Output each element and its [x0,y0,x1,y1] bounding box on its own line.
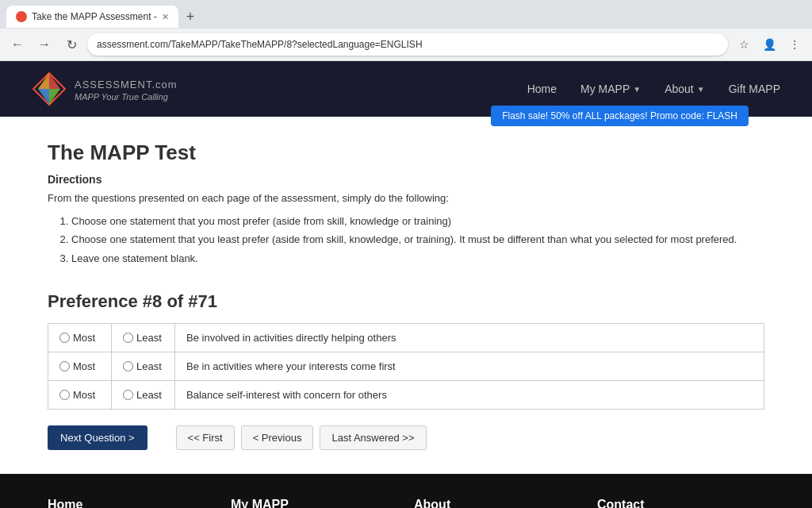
menu-icon[interactable]: ⋮ [783,33,806,56]
table-row: Most Least Balance self-interest with co… [48,381,764,410]
page-title: The MAPP Test [48,140,764,165]
next-question-button[interactable]: Next Question > [48,425,147,450]
tab-close-button[interactable]: ✕ [162,12,169,22]
least-radio-3[interactable] [123,390,133,400]
tab-title: Take the MAPP Assessment - [32,11,157,22]
preference-table: Most Least Be involved in activities dir… [48,323,764,410]
nav-about[interactable]: About ▼ [665,83,705,95]
table-row: Most Least Be involved in activities dir… [48,324,764,352]
reload-button[interactable]: ↻ [60,33,82,56]
direction-item-3: Leave one statement blank. [71,249,764,267]
directions-heading: Directions [48,173,764,186]
svg-marker-5 [49,89,60,105]
footer-contact-heading: Contact [597,498,764,508]
main-content: The MAPP Test Directions From the questi… [0,117,812,474]
address-input[interactable] [87,33,728,56]
least-cell-2: Least [112,352,175,381]
tab-favicon [16,11,27,22]
least-radio-1[interactable] [123,333,133,343]
most-cell-2: Most [48,352,112,381]
most-radio-label-3[interactable]: Most [59,389,100,401]
footer-col-mymapp: My MAPP Your Results Your Account Log Of… [231,498,398,508]
most-radio-label-1[interactable]: Most [59,332,100,344]
footer-col-about: About About MAPP History Affiliates Tell… [414,498,581,508]
logo-icon [32,71,67,106]
nav-home[interactable]: Home [527,83,557,95]
logo-text: ASSESSMENT.com MAPP Your True Calling [75,76,178,102]
most-radio-3[interactable] [59,390,70,400]
svg-marker-4 [38,89,49,105]
toolbar-icons: ☆ 👤 ⋮ [733,33,806,56]
previous-button[interactable]: < Previous [241,425,314,450]
last-answered-button[interactable]: Last Answered >> [320,425,426,450]
footer-about-heading: About [414,498,581,508]
least-radio-label-2[interactable]: Least [123,360,163,372]
browser-chrome: Take the MAPP Assessment - ✕ + ← → ↻ ☆ 👤… [0,0,812,61]
direction-item-1: Choose one statement that you most prefe… [71,212,764,230]
statement-cell-2: Be in activities where your interests co… [175,352,764,381]
directions-intro: From the questions presented on each pag… [48,192,764,204]
site-footer: Home Home My MAPP Your Results Your Acco… [0,474,812,508]
footer-col-home: Home Home [48,498,215,508]
logo-tagline: MAPP Your True Calling [75,92,178,102]
least-radio-2[interactable] [123,361,133,371]
most-radio-2[interactable] [59,361,70,371]
back-button[interactable]: ← [6,33,29,56]
statement-cell-3: Balance self-interest with concern for o… [175,381,764,410]
logo-area: ASSESSMENT.com MAPP Your True Calling [32,71,178,106]
directions-list: Choose one statement that you most prefe… [71,212,764,267]
most-radio-1[interactable] [59,333,70,343]
nav-buttons: Next Question > << First < Previous Last… [48,425,764,450]
statement-cell-1: Be involved in activities directly helpi… [175,324,764,352]
footer-col-contact: Contact Assessment.com Email: info@asses… [597,498,764,508]
svg-marker-2 [49,73,60,89]
nav-gift-mapp[interactable]: Gift MAPP [729,83,780,95]
flash-sale-banner: Flash sale! 50% off ALL packages! Promo … [491,106,749,126]
about-arrow: ▼ [697,85,705,94]
most-cell-1: Most [48,324,112,352]
flash-sale-text: Flash sale! 50% off ALL packages! Promo … [502,110,737,121]
preference-title: Preference #8 of #71 [48,291,764,312]
svg-marker-3 [38,73,49,89]
least-cell-3: Least [112,381,175,410]
least-radio-label-1[interactable]: Least [123,332,163,344]
tab-bar: Take the MAPP Assessment - ✕ + [0,0,812,29]
nav-my-mapp[interactable]: My MAPP ▼ [580,83,641,95]
direction-item-2: Choose one statement that you least pref… [71,230,764,248]
most-radio-label-2[interactable]: Most [59,360,100,372]
forward-button[interactable]: → [33,33,56,56]
my-mapp-arrow: ▼ [633,85,641,94]
new-tab-button[interactable]: + [182,9,200,25]
logo-name: ASSESSMENT.com [75,76,178,92]
browser-tab[interactable]: Take the MAPP Assessment - ✕ [6,6,178,28]
footer-mymapp-heading: My MAPP [231,498,398,508]
least-cell-1: Least [112,324,175,352]
most-cell-3: Most [48,381,112,410]
least-radio-label-3[interactable]: Least [123,389,163,401]
address-bar: ← → ↻ ☆ 👤 ⋮ [0,29,812,60]
first-button[interactable]: << First [176,425,235,450]
footer-home-heading: Home [48,498,215,508]
bookmark-icon[interactable]: ☆ [733,33,755,56]
table-row: Most Least Be in activities where your i… [48,352,764,381]
site-nav: Home My MAPP ▼ About ▼ Gift MAPP [527,83,780,95]
account-icon[interactable]: 👤 [758,33,780,56]
